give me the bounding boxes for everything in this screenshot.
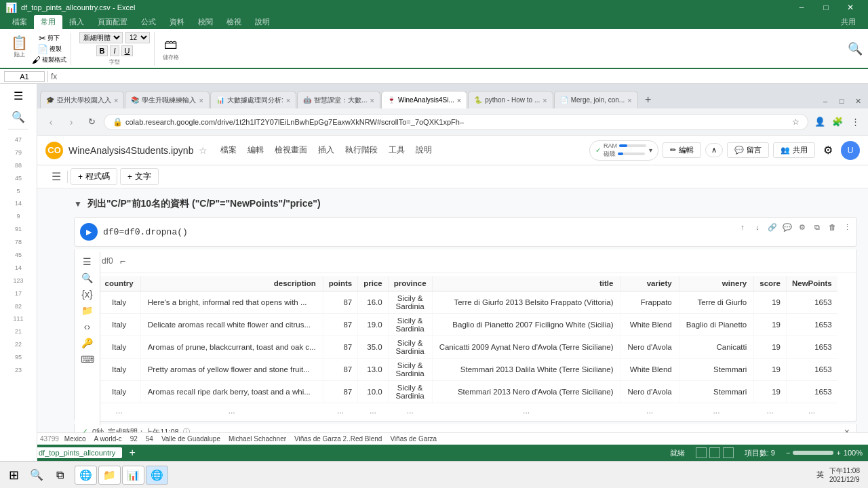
zoom-out-btn[interactable]: − (786, 449, 790, 457)
search-left-icon[interactable]: 🔍 (9, 108, 28, 126)
sidebar-toggle[interactable]: ☰ (48, 169, 64, 185)
tab-2-close[interactable]: × (286, 96, 290, 104)
share-btn[interactable]: 👥 共用 (773, 142, 815, 158)
ribbon-tab-data[interactable]: 資料 (163, 15, 191, 29)
bold-btn[interactable]: B (96, 45, 108, 56)
files-icon[interactable]: 📁 (81, 305, 93, 316)
variables-icon[interactable]: {x} (81, 289, 92, 300)
tab-5[interactable]: 🐍 python - How to ... × (468, 91, 553, 108)
cell-code[interactable]: df0=df0.dropna() (103, 227, 188, 237)
cell-icon[interactable]: 🗃 (164, 37, 178, 52)
cut-btn[interactable]: ✂剪下 (39, 33, 60, 43)
tab-6-close[interactable]: × (627, 96, 631, 104)
browser-minimize[interactable]: – (818, 94, 833, 108)
tab-6[interactable]: 📄 Merge, join, con... × (554, 91, 638, 108)
menu-runtime[interactable]: 執行階段 (340, 142, 382, 158)
expand-output-icon[interactable]: ⌐ (120, 256, 125, 266)
sheet-tab-active[interactable]: df_top_pints_allcountry (32, 447, 122, 458)
lang-indicator[interactable]: 英 (816, 470, 824, 480)
new-tab-btn[interactable]: + (639, 91, 658, 108)
tab-5-close[interactable]: × (542, 96, 547, 104)
browser-close[interactable]: ✕ (850, 94, 865, 108)
normal-view-btn[interactable] (696, 447, 707, 458)
cell-comment[interactable]: 💬 (781, 220, 794, 234)
cell-move-up[interactable]: ↑ (736, 220, 749, 234)
tab-3-close[interactable]: × (370, 96, 374, 104)
tab-0[interactable]: 🎓 亞州大學校園入入 × (40, 91, 124, 108)
forward-btn[interactable]: › (63, 114, 79, 130)
close-btn[interactable]: ✕ (838, 0, 863, 15)
name-box[interactable]: A1 (4, 71, 45, 82)
page-layout-btn[interactable] (709, 447, 720, 458)
search-ribbon-btn[interactable]: 🔍 (848, 41, 863, 56)
copy-btn[interactable]: 📄複製 (37, 44, 62, 54)
ribbon-tab-view[interactable]: 檢視 (220, 15, 248, 29)
cell-move-down[interactable]: ↓ (751, 220, 764, 234)
edit-btn[interactable]: ✏ 編輯 (663, 142, 701, 158)
menu-help[interactable]: 說明 (411, 142, 437, 158)
start-btn[interactable]: ⊞ (3, 464, 24, 486)
ribbon-tab-share[interactable]: 共用 (834, 15, 863, 29)
window-controls[interactable]: – □ ✕ (789, 0, 863, 15)
tab-1-close[interactable]: × (199, 96, 203, 104)
add-code-btn[interactable]: + 程式碼 (71, 168, 117, 185)
section-toggle[interactable]: ▼ (74, 199, 82, 209)
edge-taskbar-btn[interactable]: 🌐 (75, 466, 97, 485)
menu-tools[interactable]: 工具 (384, 142, 410, 158)
account-icon[interactable]: 👤 (812, 115, 827, 129)
terminal-icon[interactable]: ⌨ (81, 354, 94, 365)
maximize-btn[interactable]: □ (814, 0, 838, 15)
menu-view[interactable]: 檢視畫面 (270, 142, 312, 158)
code-snippets-icon[interactable]: ‹› (84, 321, 90, 332)
tab-3[interactable]: 🤖 智慧課堂：大數... × (297, 91, 380, 108)
secrets-icon[interactable]: 🔑 (81, 338, 93, 348)
underline-btn[interactable]: U (121, 45, 134, 56)
excel-taskbar-btn[interactable]: 📊 (122, 466, 144, 485)
add-sheet-btn[interactable]: + (125, 447, 140, 459)
reload-btn[interactable]: ↻ (83, 114, 100, 130)
minimize-btn[interactable]: – (789, 0, 814, 15)
ribbon-tab-home[interactable]: 常用 (34, 15, 62, 29)
tab-1[interactable]: 📚 學生升職練練輸入 × (125, 91, 209, 108)
run-btn[interactable]: ▶ (80, 223, 98, 241)
cell-link[interactable]: 🔗 (766, 220, 779, 234)
settings-btn[interactable]: ⚙ (819, 142, 837, 159)
ribbon-tab-review[interactable]: 校閱 (191, 15, 220, 29)
format-painter-btn[interactable]: 🖌複製格式 (32, 55, 66, 65)
font-size-select[interactable]: 12 (125, 32, 150, 43)
expand-btn[interactable]: ∧ (705, 143, 723, 157)
cell-delete[interactable]: 🗑 (825, 220, 839, 234)
ribbon-tab-formula[interactable]: 公式 (134, 15, 163, 29)
comment-btn[interactable]: 💬 留言 (727, 142, 769, 158)
italic-btn[interactable]: I (110, 45, 119, 56)
add-text-btn[interactable]: + 文字 (120, 168, 159, 185)
extensions-icon[interactable]: 🧩 (830, 115, 845, 129)
toc-icon[interactable]: ☰ (83, 256, 92, 267)
browser-maximize[interactable]: □ (834, 94, 849, 108)
tab-2[interactable]: 📊 大數據處理同分析: × (210, 91, 296, 108)
ribbon-tab-layout[interactable]: 頁面配置 (91, 15, 134, 29)
bookmark-icon[interactable]: ☆ (792, 117, 800, 127)
font-family-select[interactable]: 新細明體 (79, 32, 123, 43)
star-icon[interactable]: ☆ (199, 145, 208, 156)
cell-copy[interactable]: ⧉ (810, 220, 824, 234)
tab-4-active[interactable]: 🍷 WineAnalysis4Si... × (381, 91, 467, 108)
menu-file[interactable]: 檔案 (216, 142, 241, 158)
more-icon[interactable]: ⋮ (848, 115, 863, 129)
search-taskbar-btn[interactable]: 🔍 (26, 464, 47, 486)
user-avatar[interactable]: U (841, 141, 860, 160)
ribbon-tab-insert[interactable]: 插入 (62, 15, 91, 29)
url-bar[interactable]: 🔒 colab.research.google.com/drive/1t2h1I… (104, 114, 808, 130)
taskview-btn[interactable]: ⧉ (49, 464, 71, 486)
back-btn[interactable]: ‹ (43, 114, 59, 130)
paste-btn[interactable]: 📋 貼上 (9, 33, 29, 65)
search-nb-icon[interactable]: 🔍 (81, 272, 93, 283)
nav-icon[interactable]: ☰ (11, 87, 26, 105)
zoom-in-btn[interactable]: + (836, 449, 840, 457)
menu-insert[interactable]: 插入 (313, 142, 339, 158)
page-break-btn[interactable] (723, 447, 734, 458)
zoom-slider[interactable] (793, 451, 833, 455)
tab-4-close[interactable]: × (457, 96, 461, 104)
tab-0-close[interactable]: × (114, 96, 118, 104)
cell-settings[interactable]: ⚙ (795, 220, 809, 234)
